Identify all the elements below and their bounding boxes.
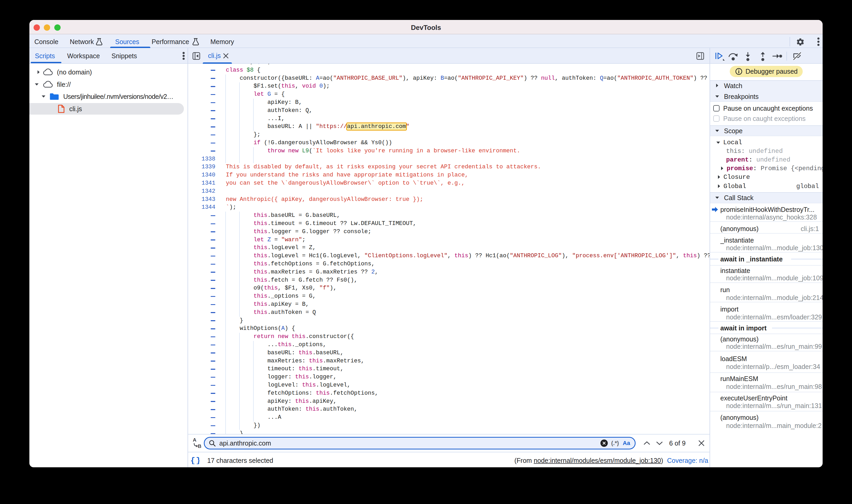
svg-text:B: B (198, 444, 201, 448)
svg-text:{}: {} (191, 456, 199, 464)
svg-text:A: A (193, 437, 196, 443)
